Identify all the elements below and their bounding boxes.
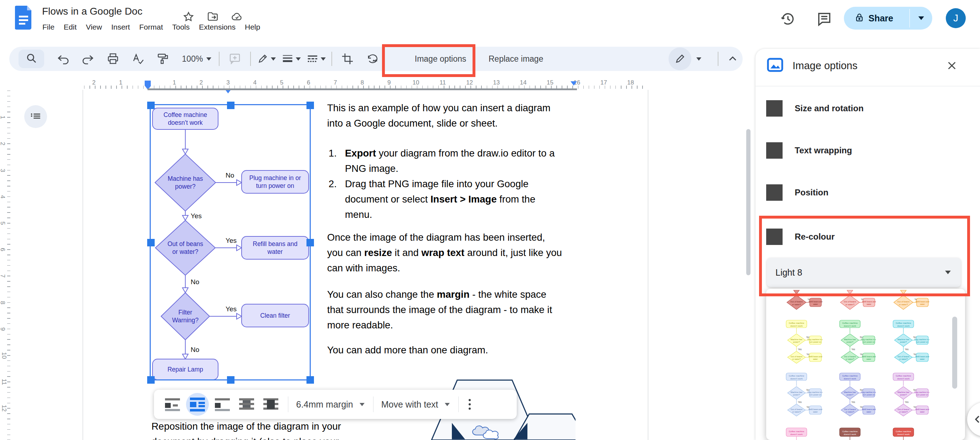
menu-format[interactable]: Format <box>135 21 168 33</box>
selection-handle[interactable] <box>227 376 234 384</box>
comments-icon[interactable] <box>816 11 832 27</box>
user-avatar[interactable]: J <box>946 8 966 28</box>
share-button[interactable]: Share <box>844 7 910 30</box>
recolour-select[interactable]: Light 8 <box>767 258 961 287</box>
cloud-saved-icon[interactable] <box>231 11 243 23</box>
document-scrollbar[interactable] <box>746 129 751 275</box>
svg-text:Refill beans and: Refill beans and <box>915 408 929 410</box>
break-text-button[interactable] <box>214 397 231 412</box>
selection-handle[interactable] <box>307 239 314 246</box>
wrap-inline-button[interactable] <box>164 397 181 412</box>
section-icon <box>766 184 783 201</box>
right-margin-marker[interactable] <box>571 81 577 86</box>
palette-option[interactable]: Coffee machinedoesn't work <box>832 426 876 440</box>
paragraph: This is an example of how you can insert… <box>327 102 550 133</box>
panel-section-text-wrapping[interactable]: Text wrapping <box>766 142 966 159</box>
palette-option[interactable]: Coffee machinedoesn't work <box>779 426 822 440</box>
border-color-button[interactable] <box>256 53 276 65</box>
more-options-button[interactable] <box>469 399 471 410</box>
selection-handle[interactable] <box>307 376 314 384</box>
palette-option[interactable]: Out of beansor water?YesRefill beans and… <box>779 290 822 320</box>
wrap-text-button[interactable] <box>186 393 209 416</box>
print-button[interactable] <box>105 51 121 67</box>
hide-menus-button[interactable] <box>724 50 741 67</box>
panel-section-position[interactable]: Position <box>766 184 966 201</box>
image-options-button[interactable]: Image options <box>401 47 480 71</box>
menu-help[interactable]: Help <box>240 21 265 33</box>
palette-option[interactable]: Coffee machinedoesn't workMachine haspow… <box>832 319 876 367</box>
cut-paragraph-line: document by dragging it (also to place y… <box>151 436 339 440</box>
zoom-select[interactable]: 100% <box>177 54 216 64</box>
menu-file[interactable]: File <box>38 21 59 33</box>
palette-scrollbar[interactable] <box>952 317 957 389</box>
menu-tools[interactable]: Tools <box>167 21 194 33</box>
svg-text:or water?: or water? <box>899 411 908 413</box>
menu-edit[interactable]: Edit <box>59 21 81 33</box>
lock-icon <box>854 13 864 24</box>
close-icon[interactable] <box>945 59 959 72</box>
palette-option[interactable]: Out of beansor water?YesRefill beans and… <box>832 290 876 320</box>
panel-section-size-and-rotation[interactable]: Size and rotation <box>766 100 966 117</box>
selection-handle[interactable] <box>307 102 314 109</box>
ruler-number: 1 <box>0 116 6 119</box>
paragraph: You can add more than one diagram. <box>327 344 488 360</box>
star-icon[interactable] <box>183 11 194 23</box>
ruler-number: 4 <box>0 195 6 198</box>
version-history-icon[interactable] <box>780 11 796 27</box>
svg-text:Refill beans and: Refill beans and <box>862 356 876 358</box>
image-selection-border <box>150 104 311 381</box>
behind-text-button[interactable] <box>239 397 255 412</box>
selection-handle[interactable] <box>227 102 234 109</box>
editing-mode-button[interactable] <box>668 48 691 70</box>
paint-format-button[interactable] <box>155 51 171 67</box>
replace-image-button[interactable]: Replace image <box>488 47 560 71</box>
undo-button[interactable] <box>55 51 71 67</box>
palette-option[interactable]: Coffee machinedoesn't workMachine haspow… <box>832 372 876 419</box>
palette-option[interactable]: Coffee machinedoesn't workMachine haspow… <box>779 319 822 367</box>
docs-app-icon[interactable] <box>15 6 33 31</box>
selection-handle[interactable] <box>147 376 155 384</box>
menu-insert[interactable]: Insert <box>107 21 135 33</box>
svg-text:turn power on: turn power on <box>810 341 821 343</box>
crop-image-button[interactable] <box>339 51 356 67</box>
svg-text:power?: power? <box>900 341 907 343</box>
palette-option[interactable]: Coffee machinedoesn't work <box>886 426 929 440</box>
svg-text:water: water <box>920 358 924 360</box>
border-dash-button[interactable] <box>307 53 326 65</box>
svg-text:Refill beans and: Refill beans and <box>808 301 822 303</box>
chevron-down-icon <box>945 271 951 274</box>
margin-select[interactable]: 6.4mm margin <box>293 399 368 410</box>
image-floating-toolbar: 6.4mm margin Move with text <box>154 390 517 419</box>
editing-mode-caret[interactable] <box>696 57 701 61</box>
add-comment-button[interactable] <box>227 51 243 67</box>
panel-section-re-colour[interactable]: Re-colour <box>766 228 966 246</box>
svg-text:Refill beans and: Refill beans and <box>915 356 929 358</box>
menu-extensions[interactable]: Extensions <box>194 21 240 33</box>
document-outline-button[interactable] <box>24 105 47 128</box>
selection-handle[interactable] <box>147 239 155 246</box>
svg-text:or water?: or water? <box>792 411 801 413</box>
front-of-text-button[interactable] <box>262 397 279 412</box>
indent-marker[interactable] <box>145 81 151 86</box>
redo-button[interactable] <box>80 51 96 67</box>
selection-handle[interactable] <box>147 102 155 109</box>
svg-text:Yes: Yes <box>851 401 855 403</box>
document-title[interactable]: Flows in a Google Doc <box>42 6 143 17</box>
palette-option[interactable]: Coffee machinedoesn't workMachine haspow… <box>886 319 929 367</box>
palette-option[interactable]: Coffee machinedoesn't workMachine haspow… <box>779 372 822 419</box>
reset-image-button[interactable] <box>364 51 380 67</box>
search-menus-button[interactable] <box>19 49 44 68</box>
ruler-number: 4 <box>253 79 256 86</box>
move-to-folder-icon[interactable] <box>207 11 219 23</box>
image-icon <box>767 58 783 73</box>
palette-option[interactable]: Out of beansor water?YesRefill beans and… <box>886 290 929 320</box>
ruler-number: 10 <box>413 79 420 86</box>
spellcheck-button[interactable] <box>130 51 146 67</box>
ruler-number: 3 <box>226 79 229 86</box>
share-dropdown-button[interactable] <box>910 16 932 20</box>
border-weight-button[interactable] <box>282 53 301 65</box>
palette-option[interactable]: Coffee machinedoesn't workMachine haspow… <box>886 372 929 419</box>
cut-paragraph-line: Reposition the image of the diagram in y… <box>151 421 341 432</box>
position-mode-select[interactable]: Move with text <box>379 399 453 410</box>
menu-view[interactable]: View <box>81 21 107 33</box>
